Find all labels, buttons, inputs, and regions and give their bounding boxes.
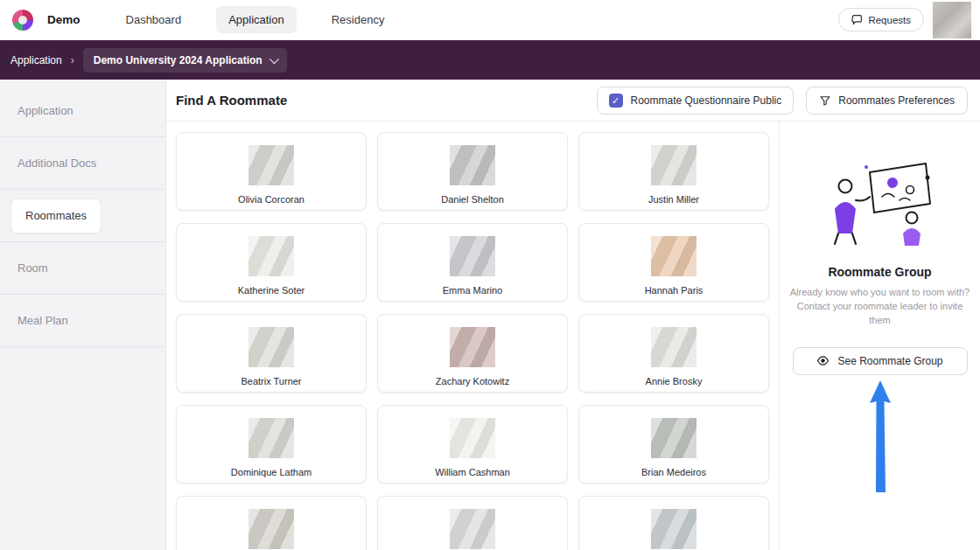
roommate-photo	[651, 236, 696, 276]
roommate-photo	[248, 509, 294, 549]
roommate-name: Beatrix Turner	[241, 376, 301, 386]
roommate-photo	[248, 145, 294, 185]
nav-item-application[interactable]: Application	[216, 6, 297, 33]
content-header: Find A Roommate ✓ Roommate Questionnaire…	[166, 80, 980, 122]
filter-funnel-icon	[819, 94, 831, 107]
panel-title: Roommate Group	[828, 265, 931, 279]
roommates-preferences-button[interactable]: Roommates Preferences	[806, 87, 968, 115]
roommate-photo	[450, 145, 495, 185]
brand-name: Demo	[47, 13, 80, 26]
see-roommate-group-button[interactable]: See Roommate Group	[793, 347, 968, 375]
roommate-photo	[651, 145, 696, 185]
up-arrow-annotation-icon	[866, 380, 894, 496]
roommate-name: Emma Marino	[443, 285, 502, 296]
roommate-card[interactable]: Beatrix Turner	[176, 314, 367, 393]
roommate-photo	[450, 509, 495, 549]
roommate-card[interactable]: Hannah Paris	[578, 223, 769, 302]
roommate-photo	[450, 418, 495, 458]
chat-bubble-icon	[851, 14, 863, 25]
breadcrumb-root[interactable]: Application	[10, 54, 62, 66]
top-navbar: Demo Dashboard Application Residency Req…	[0, 0, 980, 40]
roommate-name: Annie Brosky	[646, 376, 703, 386]
chevron-down-icon	[269, 53, 278, 63]
roommate-name: Daniel Shelton	[441, 194, 504, 205]
eye-icon	[816, 354, 830, 367]
panel-description: Already know who you want to room with? …	[789, 286, 970, 328]
roommate-name: Olivia Corcoran	[238, 194, 304, 205]
breadcrumb-current: Demo University 2024 Application	[94, 54, 262, 66]
roommate-name: Zachary Kotowitz	[436, 376, 509, 386]
user-avatar[interactable]	[933, 2, 971, 38]
app-logo-icon	[12, 10, 33, 31]
checkbox-checked-icon[interactable]: ✓	[609, 94, 623, 108]
sidebar-item-application[interactable]: Application	[0, 85, 165, 137]
roommate-card[interactable]: Olivia Corcoran	[176, 132, 367, 211]
application-selector[interactable]: Demo University 2024 Application	[83, 48, 287, 73]
see-roommate-group-label: See Roommate Group	[837, 355, 942, 367]
page-title: Find A Roommate	[176, 93, 287, 108]
requests-label: Requests	[868, 15, 911, 25]
roommate-photo	[248, 327, 294, 367]
roommate-name: Brian Medeiros	[641, 467, 706, 477]
roommate-card[interactable]: Daniel Shelton	[377, 132, 568, 211]
roommate-card[interactable]: Katherine Soter	[176, 223, 367, 302]
roommate-name: William Cashman	[435, 467, 510, 477]
roommate-photo	[651, 509, 696, 549]
breadcrumb-bar: Application › Demo University 2024 Appli…	[0, 40, 980, 80]
breadcrumb-separator-icon: ›	[71, 54, 74, 66]
requests-button[interactable]: Requests	[838, 8, 924, 31]
sidebar: Application Additional Docs Roommates Ro…	[0, 80, 166, 550]
preferences-button-label: Roommates Preferences	[838, 94, 955, 107]
roommate-name: Justin Miller	[648, 194, 699, 205]
roommate-card[interactable]	[377, 496, 568, 550]
roommate-photo	[248, 236, 294, 276]
roommate-card[interactable]: Zachary Kotowitz	[377, 314, 568, 393]
sidebar-item-room[interactable]: Room	[0, 242, 165, 295]
roommate-photo	[651, 418, 696, 458]
roommate-questionnaire-public-toggle[interactable]: ✓ Roommate Questionnaire Public	[597, 87, 794, 115]
roommate-name: Katherine Soter	[238, 285, 304, 296]
roommate-card[interactable]	[578, 496, 769, 550]
roommate-card[interactable]: Justin Miller	[578, 132, 769, 211]
roommate-card[interactable]: Brian Medeiros	[578, 405, 769, 484]
nav-item-dashboard[interactable]: Dashboard	[114, 6, 194, 33]
sidebar-item-additional-docs[interactable]: Additional Docs	[0, 137, 165, 190]
roommate-card[interactable]: Annie Brosky	[578, 314, 769, 393]
nav-item-residency[interactable]: Residency	[319, 6, 397, 33]
roommate-name: Hannah Paris	[645, 285, 704, 296]
roommate-name: Dominique Latham	[231, 467, 312, 477]
roommate-card[interactable]: William Cashman	[377, 405, 568, 484]
roommate-card[interactable]: Emma Marino	[377, 223, 568, 302]
roommate-cards-area: Olivia Corcoran Daniel Shelton Justin Mi…	[166, 122, 779, 550]
sidebar-item-roommates[interactable]: Roommates	[10, 198, 102, 233]
roommate-group-illustration	[826, 158, 934, 253]
roommate-photo	[450, 327, 495, 367]
roommate-group-panel: Roommate Group Already know who you want…	[779, 122, 980, 550]
roommate-card[interactable]	[176, 496, 367, 550]
roommate-card[interactable]: Dominique Latham	[176, 405, 367, 484]
sidebar-item-meal-plan[interactable]: Meal Plan	[0, 295, 165, 347]
roommate-photo	[651, 327, 696, 367]
roommate-photo	[248, 418, 294, 458]
roommate-photo	[450, 236, 495, 276]
questionnaire-toggle-label: Roommate Questionnaire Public	[631, 94, 782, 107]
